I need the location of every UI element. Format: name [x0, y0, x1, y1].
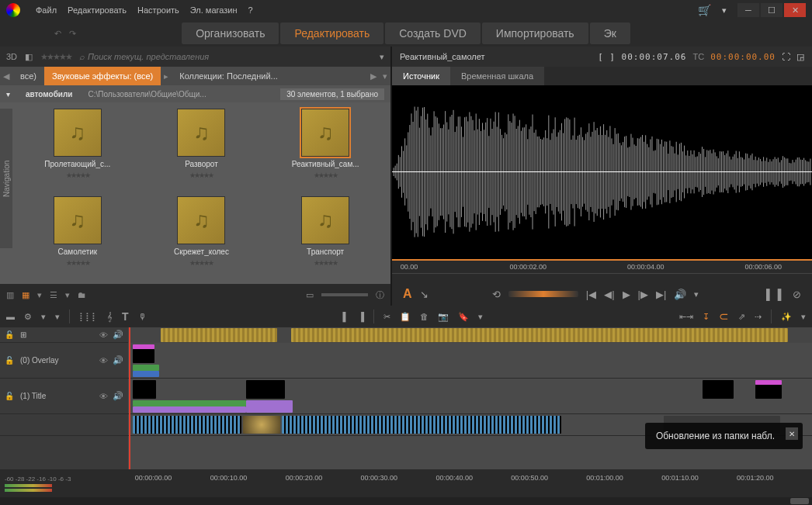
- help-icon[interactable]: ?: [248, 5, 253, 15]
- menu-estore[interactable]: Эл. магазин: [190, 5, 238, 15]
- wand-dropdown-icon[interactable]: ▾: [801, 312, 806, 322]
- voiceover-icon[interactable]: 🎙: [138, 312, 147, 321]
- arrow-icon[interactable]: ↘: [420, 289, 429, 300]
- goto-end-icon[interactable]: ▶|: [656, 289, 666, 300]
- score-icon[interactable]: 𝄞: [107, 312, 113, 322]
- undo-icon[interactable]: ↶: [54, 29, 61, 39]
- cart-icon[interactable]: 🛒: [698, 4, 711, 16]
- thumb-item[interactable]: ♫ Скрежет_колес ★★★★★: [143, 196, 261, 278]
- speaker-icon[interactable]: 🔊: [113, 391, 123, 401]
- minimize-button[interactable]: ─: [737, 3, 759, 17]
- mode-edit[interactable]: Редактировать: [280, 22, 383, 44]
- clip[interactable]: [291, 328, 788, 342]
- settings-dropdown-icon[interactable]: ▾: [41, 312, 46, 322]
- mark-in-icon[interactable]: ▐: [763, 289, 770, 300]
- clip[interactable]: [133, 365, 159, 371]
- clear-marks-icon[interactable]: ⊘: [793, 289, 801, 300]
- storyboard-track[interactable]: [128, 327, 812, 343]
- time-ruler[interactable]: 00:00:00.00 00:00:10.00 00:00:20.00 00:0…: [128, 469, 812, 497]
- wand-icon[interactable]: ✨: [781, 312, 792, 322]
- bc-prev-icon[interactable]: ◀: [0, 71, 12, 81]
- track-header-overlay[interactable]: 🔓 (0) Overlay 👁 🔊: [0, 343, 128, 379]
- list-dropdown-icon[interactable]: ▾: [65, 290, 70, 300]
- library-search[interactable]: ⌕ Поиск текущ. представления: [79, 52, 372, 61]
- rating-filter[interactable]: ★★★★★: [40, 52, 71, 62]
- playhead[interactable]: [129, 327, 130, 469]
- eye-icon[interactable]: 👁: [99, 355, 108, 365]
- goto-start-icon[interactable]: |◀: [586, 289, 596, 300]
- storyboard-header[interactable]: 🔓 ⊞ 👁 🔊: [0, 327, 128, 343]
- maximize-button[interactable]: ☐: [761, 3, 783, 17]
- grid-dropdown-icon[interactable]: ▾: [37, 290, 42, 300]
- zoom-slider[interactable]: [321, 293, 368, 296]
- step-back-icon[interactable]: ◀|: [604, 289, 614, 300]
- bc-next-icon[interactable]: ▶: [367, 71, 380, 81]
- popout-icon[interactable]: ◲: [796, 52, 804, 62]
- clip[interactable]: [133, 349, 154, 363]
- mode-export[interactable]: Эк: [590, 22, 630, 44]
- track-header-title[interactable]: 🔓 (1) Title 👁 🔊: [0, 379, 128, 414]
- mode-import[interactable]: Импортировать: [482, 22, 588, 44]
- mark-out-icon[interactable]: ▌: [778, 289, 785, 300]
- redo-icon[interactable]: ↷: [69, 29, 76, 39]
- clip[interactable]: [161, 328, 277, 342]
- aspect-icon[interactable]: ▭: [306, 290, 314, 300]
- bc-sound-effects[interactable]: Звуковые эффекты: (все): [44, 67, 161, 85]
- tab-timeline[interactable]: Временная шкала: [450, 67, 544, 85]
- clip[interactable]: [282, 416, 561, 434]
- search-dropdown-icon[interactable]: ▾: [380, 52, 384, 62]
- trim-icon[interactable]: ⇤⇥: [679, 312, 693, 322]
- trash-icon[interactable]: 🗑: [420, 312, 429, 321]
- dropdown-icon[interactable]: ▾: [722, 5, 727, 16]
- eye-icon[interactable]: 👁: [99, 330, 108, 340]
- ripple-icon[interactable]: ⇢: [755, 312, 762, 322]
- clip[interactable]: [755, 385, 782, 399]
- lock-icon[interactable]: 🔓: [5, 330, 14, 339]
- stereo-icon[interactable]: ◧: [25, 52, 33, 62]
- track-display-icon[interactable]: ▬: [6, 312, 15, 321]
- eye-icon[interactable]: 👁: [99, 391, 108, 401]
- thumb-item[interactable]: ♫ Самолетик ★★★★★: [19, 196, 137, 278]
- shuttle-slider[interactable]: [508, 291, 578, 297]
- info-icon[interactable]: ⓘ: [376, 289, 384, 301]
- waveform-display[interactable]: [392, 85, 812, 259]
- split-icon[interactable]: ▐: [358, 312, 364, 321]
- video-track-header[interactable]: [0, 414, 128, 436]
- speaker-icon[interactable]: 🔊: [113, 330, 123, 340]
- scroll-handle[interactable]: [790, 498, 809, 504]
- timeline-scrollbar[interactable]: [0, 497, 812, 505]
- storyboard-icon[interactable]: ⊞: [20, 330, 26, 339]
- play-icon[interactable]: ▶: [623, 289, 630, 300]
- lock-icon[interactable]: 🔓: [5, 392, 14, 400]
- lock-icon[interactable]: 🔓: [5, 356, 14, 365]
- loop-icon[interactable]: ⟲: [492, 289, 501, 300]
- settings-icon[interactable]: ⚙: [24, 312, 32, 322]
- marker-dropdown-icon[interactable]: ▾: [478, 312, 483, 322]
- menu-setup[interactable]: Настроить: [137, 5, 179, 15]
- thumb-item[interactable]: ♫ Разворот ★★★★★: [143, 109, 261, 190]
- razor-icon[interactable]: ▌: [342, 312, 349, 321]
- title-icon[interactable]: T: [122, 310, 129, 323]
- clip[interactable]: [246, 400, 293, 413]
- speaker-icon[interactable]: 🔊: [113, 355, 123, 365]
- audio-mode-button[interactable]: A: [403, 287, 412, 301]
- link-icon[interactable]: ⇗: [738, 312, 745, 322]
- collapse-icon[interactable]: ▾: [6, 90, 10, 99]
- clipboard-icon[interactable]: 📋: [400, 312, 411, 322]
- cut-icon[interactable]: ✂: [383, 312, 390, 322]
- clip[interactable]: [133, 371, 159, 377]
- insert-mode-icon[interactable]: ↧: [703, 312, 710, 322]
- toast-close-button[interactable]: ✕: [786, 427, 798, 440]
- track-title[interactable]: [128, 379, 812, 414]
- list-view-icon[interactable]: ☰: [50, 290, 57, 300]
- grid-view-icon[interactable]: ▦: [22, 290, 29, 300]
- clip[interactable]: [133, 416, 241, 434]
- close-button[interactable]: ✕: [784, 3, 806, 17]
- waveform-scrubbar[interactable]: [392, 273, 812, 282]
- navigation-sidebar-label[interactable]: Navigation: [0, 109, 12, 248]
- snapshot-icon[interactable]: 📷: [438, 312, 449, 322]
- volume-dropdown-icon[interactable]: ▾: [694, 289, 699, 299]
- volume-icon[interactable]: 🔊: [674, 289, 686, 300]
- magnet-icon[interactable]: ⊂: [719, 310, 729, 323]
- menu-file[interactable]: Файл: [36, 5, 57, 15]
